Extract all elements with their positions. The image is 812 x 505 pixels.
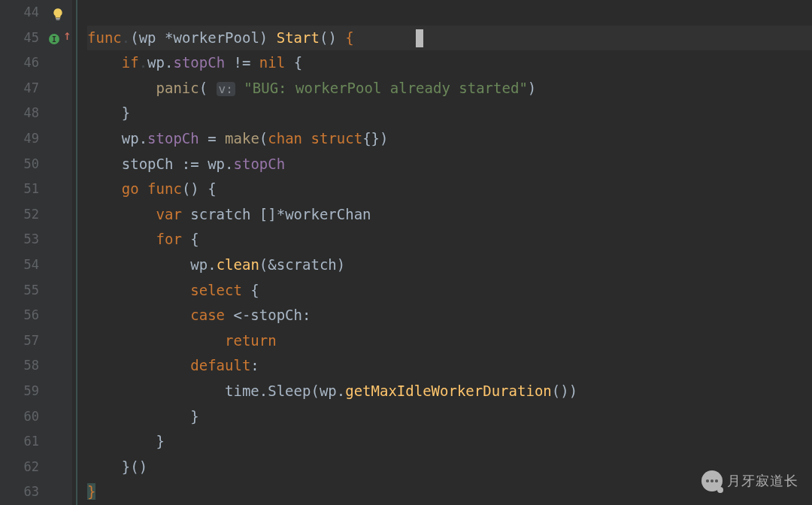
method-call: getMaxIdleWorkerDuration xyxy=(345,383,552,399)
fn-name: Start xyxy=(277,29,320,46)
vcs-change-icon[interactable]: ↑ xyxy=(63,27,71,43)
kw-func: func xyxy=(147,180,182,197)
kw-if: if xyxy=(122,54,139,71)
code-editor[interactable]: 44 45 46 47 48 49 50 51 52 53 54 55 56 5… xyxy=(0,0,812,505)
op: != xyxy=(225,54,259,71)
string-literal: "BUG: workerPool already started" xyxy=(244,80,528,96)
kw-nil: nil xyxy=(259,54,285,71)
text-cursor xyxy=(416,29,423,47)
receiver-type: *workerPool xyxy=(165,29,259,46)
kw-default: default xyxy=(190,357,250,373)
line-number: 53 xyxy=(0,227,39,252)
code-line[interactable]: func.(wp *workerPool) Start() { xyxy=(87,26,812,51)
code-line[interactable]: time.Sleep(wp.getMaxIdleWorkerDuration()… xyxy=(87,379,812,404)
code-line[interactable]: wp.stopCh = make(chan struct{}) xyxy=(87,126,812,152)
lightbulb-icon[interactable] xyxy=(51,5,65,18)
indent-guide xyxy=(76,0,77,505)
code-line[interactable]: for { xyxy=(87,227,812,252)
code-line[interactable]: } xyxy=(87,404,812,430)
line-number: 50 xyxy=(0,152,39,177)
code-line[interactable]: case <-stopCh: xyxy=(87,303,812,328)
line-number: 54 xyxy=(0,252,39,278)
type: []*workerChan xyxy=(259,206,371,222)
call: time.Sleep( xyxy=(225,383,320,399)
code-line[interactable]: default: xyxy=(87,353,812,379)
method-call: clean xyxy=(217,256,259,273)
line-number: 62 xyxy=(0,455,39,480)
code-line[interactable]: } xyxy=(87,429,812,455)
code-line[interactable]: } xyxy=(87,101,812,126)
paren: ) xyxy=(528,80,536,96)
code-line[interactable]: return xyxy=(87,328,812,354)
line-number: 49 xyxy=(0,126,39,152)
paren: ) xyxy=(259,29,277,46)
kw-for: for xyxy=(156,231,182,247)
panic-call: panic xyxy=(156,80,199,96)
line-number: 45 xyxy=(0,26,39,51)
code-line[interactable]: wp.clean(&scratch) xyxy=(87,252,812,278)
brace: { xyxy=(285,54,302,71)
brace: } xyxy=(122,104,130,121)
implements-icon[interactable]: I xyxy=(48,32,60,44)
kw-chan: chan xyxy=(268,130,302,147)
dot: . xyxy=(165,54,173,71)
code-area[interactable]: func.(wp *workerPool) Start() { if.wp.st… xyxy=(72,0,812,505)
ident: stopCh xyxy=(122,156,174,172)
svg-rect-1 xyxy=(56,20,60,20)
svg-text:I: I xyxy=(52,35,56,43)
line-number: 60 xyxy=(0,404,39,430)
kw-var: var xyxy=(156,206,182,222)
parens: () xyxy=(320,29,345,46)
code-line[interactable]: stopCh := wp.stopCh xyxy=(87,152,812,177)
code-line[interactable] xyxy=(87,0,812,26)
closing-brace: } xyxy=(87,483,95,500)
line-number: 59 xyxy=(0,379,39,404)
line-number: 52 xyxy=(0,202,39,228)
field: stopCh xyxy=(173,54,225,71)
param-hint: v: xyxy=(217,82,235,96)
field: stopCh xyxy=(147,130,199,147)
svg-rect-0 xyxy=(56,18,60,19)
kw-func: func xyxy=(87,29,122,46)
code-line[interactable]: panic( v: "BUG: workerPool already start… xyxy=(87,76,812,101)
gutter-icon-column: I ↑ xyxy=(47,0,72,505)
ident: wp xyxy=(147,54,165,71)
line-number: 63 xyxy=(0,479,39,505)
line-number-gutter: 44 45 46 47 48 49 50 51 52 53 54 55 56 5… xyxy=(0,0,47,505)
code-line[interactable]: if.wp.stopCh != nil { xyxy=(87,50,812,76)
paren: ( xyxy=(130,29,138,46)
line-number: 57 xyxy=(0,328,39,354)
paren: ( xyxy=(199,80,217,96)
kw-struct: struct xyxy=(311,130,363,147)
line-number: 61 xyxy=(0,429,39,455)
wechat-icon xyxy=(701,470,723,491)
brace: { xyxy=(345,29,353,46)
line-number: 51 xyxy=(0,177,39,202)
field: stopCh xyxy=(234,156,286,172)
line-number: 46 xyxy=(0,50,39,76)
kw-return: return xyxy=(225,332,277,349)
line-number: 56 xyxy=(0,303,39,328)
make-call: make xyxy=(225,130,259,147)
line-number: 47 xyxy=(0,76,39,101)
kw-select: select xyxy=(190,282,242,298)
line-number: 55 xyxy=(0,278,39,304)
line-number: 44 xyxy=(0,0,39,26)
kw-go: go xyxy=(122,180,139,197)
line-number: 58 xyxy=(0,353,39,379)
code-line[interactable]: var scratch []*workerChan xyxy=(87,202,812,228)
watermark-text: 月牙寂道长 xyxy=(727,472,798,490)
code-line[interactable]: select { xyxy=(87,278,812,304)
ident: wp xyxy=(122,130,139,147)
watermark: 月牙寂道长 xyxy=(701,470,798,491)
ident: scratch xyxy=(190,206,259,222)
code-line[interactable]: go func() { xyxy=(87,177,812,202)
kw-case: case xyxy=(190,307,225,323)
receiver-var: wp xyxy=(139,29,165,46)
line-number: 48 xyxy=(0,101,39,126)
